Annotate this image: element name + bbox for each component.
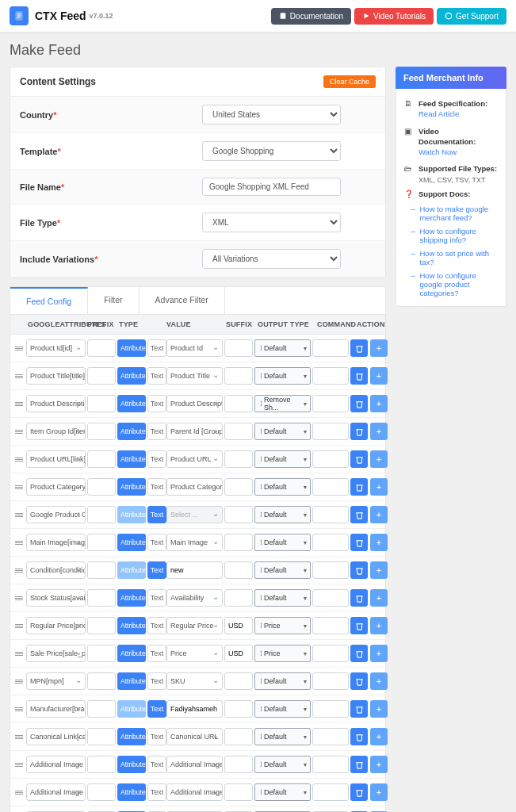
delete-row-button[interactable]: [350, 617, 368, 634]
type-attribute-button[interactable]: Attribute: [117, 645, 146, 662]
prefix-input[interactable]: [87, 756, 116, 773]
add-row-button[interactable]: +: [370, 756, 388, 773]
suffix-input[interactable]: [224, 561, 253, 579]
drag-handle-icon[interactable]: [13, 541, 25, 545]
feed-spec-link[interactable]: Read Article: [419, 109, 459, 118]
attribute-select[interactable]: Stock Status[availability]: [26, 589, 86, 607]
drag-handle-icon[interactable]: [13, 791, 25, 795]
suffix-input[interactable]: [224, 367, 253, 385]
clear-cache-button[interactable]: Clear Cache: [323, 75, 376, 88]
prefix-input[interactable]: [87, 783, 116, 801]
type-text-button[interactable]: Text: [147, 423, 166, 440]
value-field[interactable]: Regular Price: [166, 617, 223, 634]
value-field[interactable]: Availability: [166, 589, 223, 607]
command-input[interactable]: [312, 700, 349, 718]
type-attribute-button[interactable]: Attribute: [117, 561, 146, 579]
output-type-select[interactable]: Price: [254, 617, 311, 634]
delete-row-button[interactable]: [350, 395, 368, 412]
add-row-button[interactable]: +: [370, 645, 388, 662]
suffix-input[interactable]: [224, 728, 253, 745]
prefix-input[interactable]: [87, 506, 116, 523]
prefix-input[interactable]: [87, 561, 116, 579]
add-row-button[interactable]: +: [370, 395, 388, 412]
suffix-input[interactable]: [224, 617, 253, 634]
command-input[interactable]: [312, 756, 349, 773]
prefix-input[interactable]: [87, 339, 116, 357]
output-type-select[interactable]: Default: [254, 478, 311, 496]
drag-handle-icon[interactable]: [13, 707, 25, 711]
attribute-select[interactable]: Main Image[image_link]: [26, 534, 86, 551]
output-type-select[interactable]: Remove Sh...: [254, 395, 311, 412]
tab-advance-filter[interactable]: Advance Filter: [140, 287, 225, 314]
drag-handle-icon[interactable]: [13, 347, 25, 350]
type-text-button[interactable]: Text: [147, 589, 166, 607]
file-type-select[interactable]: XML: [202, 213, 341, 232]
command-input[interactable]: [312, 395, 349, 412]
attribute-select[interactable]: Regular Price[price]: [26, 617, 86, 634]
add-row-button[interactable]: +: [370, 561, 388, 579]
suffix-input[interactable]: [224, 339, 253, 357]
drag-handle-icon[interactable]: [13, 458, 25, 462]
tab-feed-config[interactable]: Feed Config: [10, 287, 88, 314]
type-attribute-button[interactable]: Attribute: [117, 478, 146, 496]
delete-row-button[interactable]: [350, 423, 368, 440]
value-field[interactable]: [166, 561, 223, 579]
delete-row-button[interactable]: [350, 672, 368, 690]
output-type-select[interactable]: Default: [254, 423, 311, 440]
prefix-input[interactable]: [87, 395, 116, 412]
type-attribute-button[interactable]: Attribute: [117, 589, 146, 607]
suffix-input[interactable]: [224, 534, 253, 551]
suffix-input[interactable]: [224, 506, 253, 523]
drag-handle-icon[interactable]: [13, 569, 25, 573]
country-select[interactable]: United States: [202, 105, 341, 124]
delete-row-button[interactable]: [350, 589, 368, 607]
type-text-button[interactable]: Text: [147, 534, 166, 551]
prefix-input[interactable]: [87, 450, 116, 468]
add-row-button[interactable]: +: [370, 617, 388, 634]
output-type-select[interactable]: Default: [254, 783, 311, 801]
type-text-button[interactable]: Text: [147, 672, 166, 690]
suffix-input[interactable]: [224, 645, 253, 662]
add-row-button[interactable]: +: [370, 783, 388, 801]
prefix-input[interactable]: [87, 367, 116, 385]
type-attribute-button[interactable]: Attribute: [117, 617, 146, 634]
suffix-input[interactable]: [224, 478, 253, 496]
drag-handle-icon[interactable]: [13, 596, 25, 600]
value-field[interactable]: Additional Image 1: [166, 756, 223, 773]
suffix-input[interactable]: [224, 450, 253, 468]
add-row-button[interactable]: +: [370, 672, 388, 690]
value-field[interactable]: SKU: [166, 672, 223, 690]
type-text-button[interactable]: Text: [147, 617, 166, 634]
type-attribute-button[interactable]: Attribute: [117, 395, 146, 412]
delete-row-button[interactable]: [350, 367, 368, 385]
command-input[interactable]: [312, 339, 349, 357]
type-text-button[interactable]: Text: [147, 478, 166, 496]
drag-handle-icon[interactable]: [13, 624, 25, 628]
suffix-input[interactable]: [224, 589, 253, 607]
suffix-input[interactable]: [224, 756, 253, 773]
get-support-button[interactable]: Get Support: [437, 8, 506, 25]
video-doc-link[interactable]: Watch Now: [419, 147, 457, 156]
attribute-select[interactable]: MPN[mpn]: [26, 672, 86, 690]
value-field[interactable]: Parent Id [Group Id]: [166, 423, 223, 440]
type-attribute-button[interactable]: Attribute: [117, 728, 146, 745]
suffix-input[interactable]: [224, 672, 253, 690]
prefix-input[interactable]: [87, 700, 116, 718]
value-field[interactable]: Product Id: [166, 339, 223, 357]
output-type-select[interactable]: Default: [254, 756, 311, 773]
command-input[interactable]: [312, 534, 349, 551]
add-row-button[interactable]: +: [370, 339, 388, 357]
drag-handle-icon[interactable]: [13, 374, 25, 378]
value-field[interactable]: [166, 700, 223, 718]
value-field[interactable]: Select ...: [166, 506, 223, 523]
delete-row-button[interactable]: [350, 534, 368, 551]
drag-handle-icon[interactable]: [13, 485, 25, 489]
add-row-button[interactable]: +: [370, 534, 388, 551]
attribute-select[interactable]: Additional Image 2: [26, 783, 86, 801]
attribute-select[interactable]: Sale Price[sale_price]: [26, 645, 86, 662]
output-type-select[interactable]: Default: [254, 367, 311, 385]
type-text-button[interactable]: Text: [147, 395, 166, 412]
delete-row-button[interactable]: [350, 450, 368, 468]
attribute-select[interactable]: Product Description: [26, 395, 86, 412]
prefix-input[interactable]: [87, 589, 116, 607]
